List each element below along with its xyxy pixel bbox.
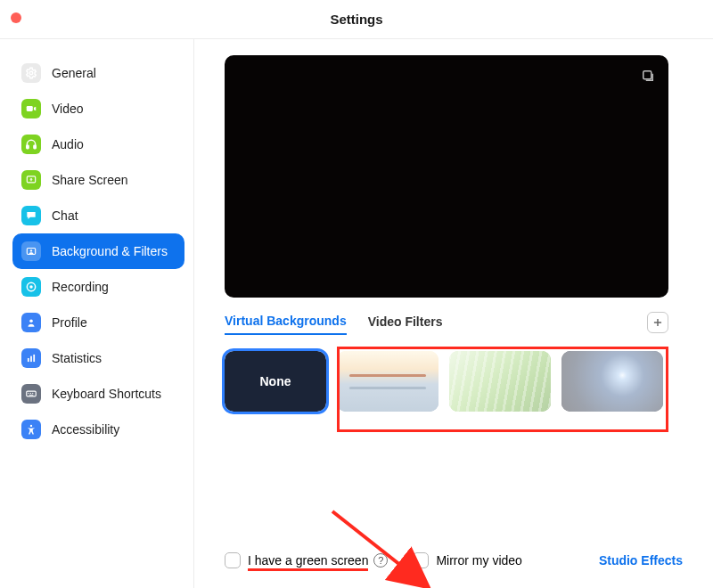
bottom-row: I have a green screen ? Mirror my video … [225, 552, 683, 568]
svg-point-9 [29, 320, 33, 323]
thumb-grass[interactable] [449, 351, 551, 412]
tab-video-filters[interactable]: Video Filters [368, 314, 443, 334]
thumb-none[interactable]: None [225, 351, 326, 412]
rotate-view-button[interactable] [636, 64, 660, 87]
share-screen-icon [21, 170, 41, 190]
sidebar-item-accessibility[interactable]: Accessibility [12, 412, 184, 447]
sidebar-item-label: Chat [52, 208, 78, 223]
mirror-label: Mirror my video [436, 553, 521, 568]
sidebar-item-keyboard-shortcuts[interactable]: Keyboard Shortcuts [12, 376, 184, 412]
background-icon [21, 241, 41, 261]
svg-line-20 [332, 511, 426, 585]
sidebar-item-label: General [52, 66, 96, 80]
content: General Video Audio Share Screen Chat [0, 39, 713, 588]
svg-point-8 [29, 285, 33, 289]
annotation-underline [248, 568, 368, 571]
svg-rect-13 [27, 391, 37, 396]
svg-rect-3 [34, 145, 36, 149]
sidebar-item-audio[interactable]: Audio [12, 127, 184, 162]
sidebar-item-label: Recording [52, 280, 109, 294]
sidebar-item-label: Accessibility [52, 422, 119, 437]
sidebar: General Video Audio Share Screen Chat [0, 39, 194, 588]
mirror-video-checkbox[interactable]: Mirror my video [413, 552, 521, 568]
thumb-earth[interactable] [561, 351, 663, 412]
checkbox-icon [225, 552, 241, 568]
sidebar-item-label: Profile [52, 315, 87, 330]
sidebar-item-label: Share Screen [52, 173, 128, 187]
profile-icon [21, 313, 41, 332]
add-background-button[interactable] [647, 312, 668, 333]
window-controls [11, 12, 21, 23]
svg-point-15 [30, 393, 31, 394]
background-thumbnails: None [225, 351, 668, 412]
sidebar-item-recording[interactable]: Recording [12, 269, 184, 305]
statistics-icon [21, 348, 41, 368]
green-screen-checkbox[interactable]: I have a green screen [225, 552, 368, 568]
svg-point-14 [29, 393, 29, 394]
sidebar-item-general[interactable]: General [12, 55, 184, 91]
gear-icon [21, 63, 41, 83]
headphones-icon [21, 135, 41, 154]
studio-effects-link[interactable]: Studio Effects [599, 553, 683, 568]
svg-point-0 [29, 71, 33, 75]
sidebar-item-label: Background & Filters [52, 244, 168, 258]
svg-rect-2 [27, 145, 29, 149]
sidebar-item-video[interactable]: Video [12, 91, 184, 127]
video-icon [21, 99, 41, 118]
recording-icon [21, 277, 41, 297]
svg-rect-1 [27, 106, 33, 111]
thumb-bridge[interactable] [337, 351, 438, 412]
tabs: Virtual Backgrounds Video Filters [225, 314, 668, 335]
sidebar-item-label: Audio [52, 137, 84, 151]
svg-point-18 [30, 425, 32, 427]
accessibility-icon [21, 420, 41, 439]
close-window-icon[interactable] [11, 12, 21, 23]
svg-rect-17 [29, 395, 34, 396]
svg-rect-19 [643, 71, 652, 79]
sidebar-item-share-screen[interactable]: Share Screen [12, 162, 184, 198]
checkbox-icon [413, 552, 429, 568]
video-preview [225, 55, 668, 298]
sidebar-item-profile[interactable]: Profile [12, 305, 184, 340]
sidebar-item-background-filters[interactable]: Background & Filters [12, 233, 184, 269]
svg-rect-10 [28, 358, 29, 362]
keyboard-icon [21, 384, 41, 404]
sidebar-item-chat[interactable]: Chat [12, 198, 184, 233]
svg-rect-11 [30, 356, 32, 362]
green-screen-label: I have a green screen [248, 553, 368, 568]
sidebar-item-statistics[interactable]: Statistics [12, 340, 184, 376]
tab-virtual-backgrounds[interactable]: Virtual Backgrounds [225, 314, 347, 335]
sidebar-item-label: Video [52, 102, 84, 116]
window-title: Settings [0, 12, 713, 27]
main-panel: Virtual Backgrounds Video Filters None I… [194, 39, 713, 588]
svg-point-16 [32, 393, 33, 394]
svg-point-6 [30, 249, 32, 251]
sidebar-item-label: Statistics [52, 351, 102, 365]
thumb-none-label: None [260, 374, 291, 388]
help-icon[interactable]: ? [373, 553, 388, 568]
sidebar-item-label: Keyboard Shortcuts [52, 387, 161, 401]
annotation-arrow [328, 507, 471, 588]
titlebar: Settings [0, 0, 713, 39]
svg-rect-12 [33, 355, 35, 362]
chat-icon [21, 206, 41, 225]
